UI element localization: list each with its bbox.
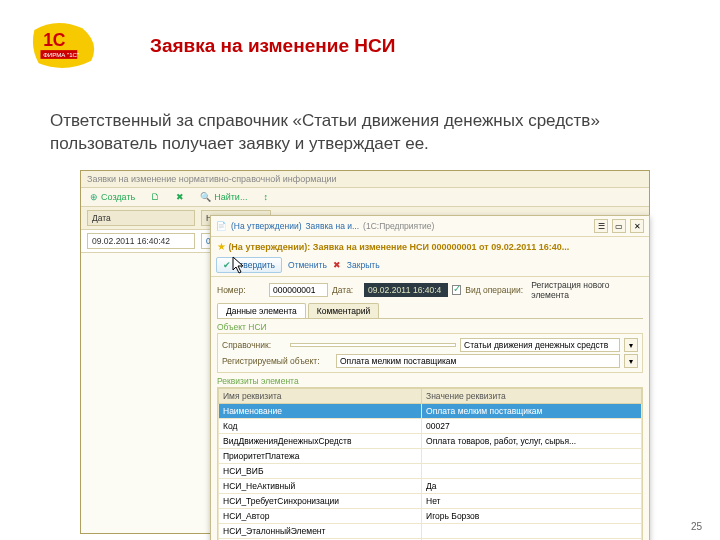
- create-button[interactable]: ⊕Создать: [85, 190, 140, 204]
- req-value-cell: [422, 464, 642, 479]
- ref-label: Справочник:: [222, 340, 286, 350]
- table-row[interactable]: НСИ_НеАктивныйДа: [219, 479, 642, 494]
- ref-select[interactable]: ▾: [624, 338, 638, 352]
- winbtn-1[interactable]: ☰: [594, 219, 608, 233]
- winbtn-close[interactable]: ✕: [630, 219, 644, 233]
- req-name-cell: Код: [219, 419, 422, 434]
- section-object: Объект НСИ: [211, 319, 649, 333]
- req-name-cell: Наименование: [219, 404, 422, 419]
- table-row[interactable]: НСИ_ТребуетСинхронизацииНет: [219, 494, 642, 509]
- svg-text:ФИРМА "1С": ФИРМА "1С": [43, 51, 79, 58]
- svg-text:1C: 1C: [43, 30, 66, 50]
- find-button[interactable]: 🔍Найти...: [195, 190, 252, 204]
- op-value: Регистрация нового элемента: [531, 280, 643, 300]
- req-value-cell: [422, 449, 642, 464]
- req-name-cell: НСИ_Автор: [219, 509, 422, 524]
- req-value-cell: Игорь Борзов: [422, 509, 642, 524]
- req-name-cell: НСИ_НеАктивный: [219, 479, 422, 494]
- list-toolbar: ⊕Создать 🗋 ✖ 🔍Найти... ↕: [81, 188, 649, 207]
- table-row[interactable]: НСИ_АвторИгорь Борзов: [219, 509, 642, 524]
- requisites-table: Имя реквизита Значение реквизита Наимено…: [218, 388, 642, 540]
- toolbar-action-3[interactable]: ↕: [258, 190, 273, 204]
- req-value-cell: Оплата товаров, работ, услуг, сырья...: [422, 434, 642, 449]
- table-row[interactable]: НСИ_ВИБ: [219, 464, 642, 479]
- table-row[interactable]: Код00027: [219, 419, 642, 434]
- regobj-select[interactable]: ▾: [624, 354, 638, 368]
- plus-icon: ⊕: [90, 192, 98, 202]
- req-name-cell: НСИ_ТребуетСинхронизации: [219, 494, 422, 509]
- breadcrumb-app: (1С:Предприятие): [363, 221, 434, 231]
- breadcrumb-doc[interactable]: Заявка на и...: [305, 221, 359, 231]
- op-checkbox[interactable]: [452, 285, 462, 295]
- breadcrumb-icon: 📄: [216, 221, 227, 231]
- check-icon: ✔: [223, 260, 231, 270]
- req-value-cell: Оплата мелким поставщикам: [422, 404, 642, 419]
- section-requisites: Реквизиты элемента: [211, 373, 649, 387]
- req-value-cell: [422, 524, 642, 539]
- regobj-label: Регистрируемый объект:: [222, 356, 332, 366]
- winbtn-2[interactable]: ▭: [612, 219, 626, 233]
- row-date[interactable]: 09.02.2011 16:40:42: [87, 233, 195, 249]
- logo-1c: 1CФИРМА "1С": [30, 20, 100, 79]
- ref-field[interactable]: [290, 343, 456, 347]
- req-name-cell: НСИ_ЭталонныйЭлемент: [219, 524, 422, 539]
- close-icon: ✖: [333, 260, 341, 270]
- number-label: Номер:: [217, 285, 265, 295]
- form-title: (На утверждении): Заявка на изменение НС…: [228, 242, 569, 252]
- req-name-cell: ВидДвиженияДенежныхСредств: [219, 434, 422, 449]
- tab-data[interactable]: Данные элемента: [217, 303, 306, 318]
- search-icon: 🔍: [200, 192, 211, 202]
- slide-description: Ответственный за справочник «Статьи движ…: [50, 110, 650, 156]
- table-row[interactable]: НаименованиеОплата мелким поставщикам: [219, 404, 642, 419]
- table-row[interactable]: ВидДвиженияДенежныхСредствОплата товаров…: [219, 434, 642, 449]
- table-row[interactable]: НСИ_ЭталонныйЭлемент: [219, 524, 642, 539]
- star-icon: ★: [217, 241, 226, 252]
- page-number: 25: [691, 521, 702, 532]
- date-label: Дата:: [332, 285, 360, 295]
- toolbar-action-2[interactable]: ✖: [171, 190, 189, 204]
- ref-value[interactable]: Статьи движения денежных средств: [460, 338, 620, 352]
- number-field[interactable]: 000000001: [269, 283, 328, 297]
- col-date[interactable]: Дата: [87, 210, 195, 226]
- col-req-value[interactable]: Значение реквизита: [422, 389, 642, 404]
- request-form-window: 📄 (На утверждении) Заявка на и... (1С:Пр…: [210, 215, 650, 540]
- table-row[interactable]: ПриоритетПлатежа: [219, 449, 642, 464]
- reject-link[interactable]: Отменить: [288, 260, 327, 270]
- req-name-cell: НСИ_ВИБ: [219, 464, 422, 479]
- approve-button[interactable]: ✔Утвердить: [216, 257, 282, 273]
- regobj-field[interactable]: Оплата мелким поставщикам: [336, 354, 620, 368]
- window-title: Заявки на изменение нормативно-справочно…: [81, 171, 649, 188]
- toolbar-action-1[interactable]: 🗋: [146, 190, 165, 204]
- req-value-cell: 00027: [422, 419, 642, 434]
- req-name-cell: ПриоритетПлатежа: [219, 449, 422, 464]
- slide-title: Заявка на изменение НСИ: [150, 35, 395, 57]
- req-value-cell: Да: [422, 479, 642, 494]
- cursor-icon: [232, 256, 246, 278]
- req-value-cell: Нет: [422, 494, 642, 509]
- date-field[interactable]: 09.02.2011 16:40:4: [364, 283, 448, 297]
- close-link[interactable]: Закрыть: [347, 260, 380, 270]
- op-label: Вид операции:: [465, 285, 527, 295]
- breadcrumb-status[interactable]: (На утверждении): [231, 221, 301, 231]
- col-req-name[interactable]: Имя реквизита: [219, 389, 422, 404]
- tab-comment[interactable]: Комментарий: [308, 303, 380, 318]
